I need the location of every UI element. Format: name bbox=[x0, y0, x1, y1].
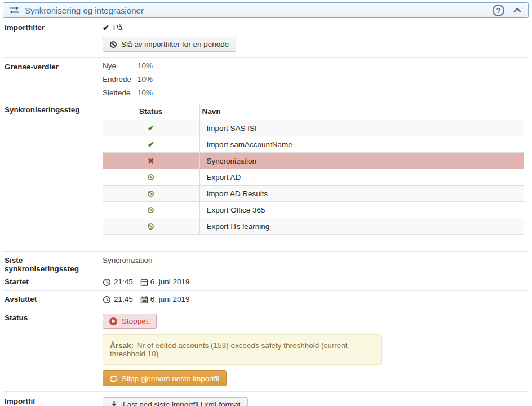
importfil-label: Importfil bbox=[3, 392, 103, 406]
startet-datetime: 21:45 6. juni 2019 bbox=[103, 277, 529, 286]
disable-importfilter-button[interactable]: Slå av importfilter for en periode bbox=[103, 37, 236, 52]
calendar-icon bbox=[140, 278, 148, 286]
section-startet: Startet 21:45 6. juni 2019 bbox=[3, 273, 529, 291]
sync-panel: Synkronisering og integrasjoner ? Import… bbox=[0, 0, 532, 406]
step-name: Syncronization bbox=[200, 153, 524, 169]
limit-row-slettede: Slettede 10% bbox=[103, 86, 529, 100]
skipped-icon bbox=[148, 174, 154, 180]
avsluttet-time: 21:45 bbox=[114, 295, 133, 303]
panel-title: Synkronisering og integrasjoner bbox=[25, 6, 493, 15]
step-name: Export Office 365 bbox=[200, 202, 524, 218]
limit-name: Slettede bbox=[103, 86, 138, 100]
importfilter-state: ✔ På bbox=[103, 23, 529, 32]
section-importfilter: Importfilter ✔ På Slå av importfilter fo… bbox=[3, 18, 529, 58]
limit-value: 10% bbox=[138, 59, 153, 73]
limit-value: 10% bbox=[138, 86, 153, 100]
status-label: Status bbox=[3, 308, 103, 391]
check-icon: ✔ bbox=[103, 24, 109, 32]
column-header-navn: Navn bbox=[200, 104, 524, 120]
status-badge-text: Stoppet. bbox=[122, 317, 150, 325]
startet-time: 21:45 bbox=[114, 277, 133, 286]
section-synkroniseringssteg: Synkroniseringssteg Status Navn ✔ Import… bbox=[3, 100, 529, 252]
siste-steg-value: Syncronization bbox=[103, 252, 529, 273]
step-name: Import SAS ISI bbox=[200, 120, 524, 136]
table-row: Export ITs learning bbox=[103, 218, 524, 235]
reason-text: Nr of edited accounts (153) exceeds safe… bbox=[110, 341, 348, 358]
limit-row-endrede: Endrede 10% bbox=[103, 73, 529, 86]
limit-name: Nye bbox=[103, 59, 138, 73]
ban-icon bbox=[110, 41, 117, 48]
step-name: Export ITs learning bbox=[200, 218, 524, 235]
importfilter-label: Importfilter bbox=[3, 18, 103, 57]
section-avsluttet: Avsluttet 21:45 6. juni 2019 bbox=[3, 291, 529, 308]
column-header-status: Status bbox=[103, 104, 200, 120]
startet-label: Startet bbox=[3, 273, 103, 290]
table-row: ✔ Import samAccountName bbox=[103, 136, 524, 153]
sync-swap-icon bbox=[9, 6, 20, 14]
limit-value: 10% bbox=[138, 73, 153, 86]
avsluttet-date: 6. juni 2019 bbox=[150, 295, 190, 303]
calendar-icon bbox=[140, 295, 148, 304]
release-next-importfile-button[interactable]: Slipp gjennom neste importfil bbox=[103, 370, 227, 386]
panel-header: Synkronisering og integrasjoner ? bbox=[3, 2, 529, 18]
reason-label: Årsak: bbox=[110, 341, 134, 350]
grense-verdier-label: Grense-verdier bbox=[3, 58, 103, 100]
table-row: Export Office 365 bbox=[103, 202, 524, 218]
section-siste-steg: Siste synkroniseringssteg Syncronization bbox=[3, 252, 529, 273]
table-row: Import AD Results bbox=[103, 186, 524, 202]
step-name: Import AD Results bbox=[200, 186, 524, 202]
skipped-icon bbox=[148, 191, 154, 197]
success-icon: ✔ bbox=[148, 140, 154, 149]
limit-row-nye: Nye 10% bbox=[103, 59, 529, 73]
section-grense-verdier: Grense-verdier Nye 10% Endrede 10% Slett… bbox=[3, 58, 529, 100]
section-importfil: Importfil Last ned siste importfil i xml… bbox=[3, 392, 529, 406]
help-icon[interactable]: ? bbox=[493, 5, 504, 16]
reason-alert: Årsak: Nr of edited accounts (153) excee… bbox=[103, 334, 382, 365]
startet-date: 6. juni 2019 bbox=[150, 277, 190, 286]
refresh-icon bbox=[110, 375, 117, 382]
error-circle-icon: ✖ bbox=[109, 317, 117, 325]
collapse-chevron-up-icon[interactable] bbox=[513, 7, 521, 13]
sync-steps-table: Status Navn ✔ Import SAS ISI ✔ Import sa… bbox=[103, 104, 524, 235]
clock-icon bbox=[103, 278, 111, 286]
limit-name: Endrede bbox=[103, 73, 138, 86]
success-icon: ✔ bbox=[148, 123, 154, 133]
table-row-error: ✖ Syncronization bbox=[103, 153, 524, 169]
download-importfile-button[interactable]: Last ned siste importfil i xml-format bbox=[103, 397, 248, 406]
siste-steg-label: Siste synkroniseringssteg bbox=[3, 252, 103, 273]
synkroniseringssteg-label: Synkroniseringssteg bbox=[3, 100, 103, 251]
section-status: Status ✖ Stoppet. Årsak: Nr of edited ac… bbox=[3, 308, 529, 392]
avsluttet-datetime: 21:45 6. juni 2019 bbox=[103, 295, 529, 303]
skipped-icon bbox=[148, 223, 154, 230]
skipped-icon bbox=[148, 207, 154, 213]
table-row: Export AD bbox=[103, 169, 524, 186]
clock-icon bbox=[103, 295, 111, 304]
table-row: ✔ Import SAS ISI bbox=[103, 120, 524, 136]
step-name: Import samAccountName bbox=[200, 136, 524, 153]
step-name: Export AD bbox=[200, 169, 524, 186]
error-icon: ✖ bbox=[148, 157, 154, 165]
importfilter-state-text: På bbox=[113, 23, 123, 32]
help-glyph: ? bbox=[496, 6, 501, 15]
download-icon bbox=[110, 401, 118, 406]
status-badge: ✖ Stoppet. bbox=[103, 314, 157, 329]
avsluttet-label: Avsluttet bbox=[3, 291, 103, 308]
